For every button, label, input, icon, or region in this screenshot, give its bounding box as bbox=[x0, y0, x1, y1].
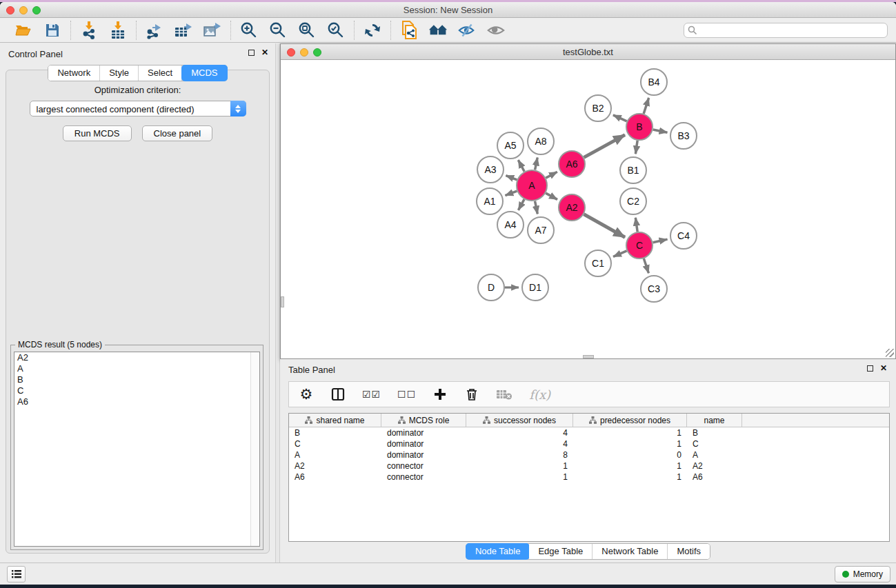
graph-edge-A-A2[interactable] bbox=[546, 193, 557, 199]
graph-edge-C-C4[interactable] bbox=[653, 239, 668, 243]
export-image-icon[interactable] bbox=[203, 21, 222, 40]
graph-edge-A-A1[interactable] bbox=[505, 191, 517, 195]
table-cell[interactable]: A6 bbox=[687, 472, 742, 483]
table-cell[interactable]: 4 bbox=[466, 427, 573, 438]
mcds-result-item[interactable]: C bbox=[14, 385, 259, 396]
mcds-result-item[interactable]: A2 bbox=[14, 352, 259, 363]
zoom-selected-icon[interactable] bbox=[326, 21, 346, 40]
close-panel-button[interactable]: Close panel bbox=[142, 125, 213, 141]
table-cell[interactable]: 1 bbox=[466, 472, 573, 483]
table-cell[interactable]: B bbox=[687, 427, 742, 438]
graph-edge-A2-C[interactable] bbox=[584, 214, 625, 237]
graph-edge-B-B2[interactable] bbox=[613, 115, 627, 121]
vertical-splitter[interactable] bbox=[275, 43, 280, 562]
table-cell[interactable]: 8 bbox=[466, 449, 573, 460]
graph-edge-A-A4[interactable] bbox=[518, 199, 524, 210]
show-hide-panels-eye-icon[interactable] bbox=[486, 21, 506, 40]
home-views-icon[interactable] bbox=[428, 21, 448, 40]
table-cell[interactable]: dominator bbox=[381, 427, 466, 438]
mcds-result-item[interactable]: B bbox=[14, 374, 259, 385]
graph-edge-C-C3[interactable] bbox=[644, 258, 648, 273]
mcds-result-item[interactable]: A6 bbox=[14, 396, 259, 407]
node-table[interactable]: shared nameMCDS rolesuccessor nodesprede… bbox=[288, 413, 890, 542]
column-header-MCDS-role[interactable]: MCDS role bbox=[381, 414, 466, 427]
column-header-predecessor-nodes[interactable]: predecessor nodes bbox=[573, 414, 687, 427]
network-canvas[interactable]: AA1A3A4A5A7A8A6A2BB1B2B3B4CC1C2C3C4DD1 bbox=[281, 60, 895, 358]
tab-network[interactable]: Network bbox=[48, 65, 100, 81]
tab-style[interactable]: Style bbox=[100, 65, 139, 81]
hide-graphics-details-icon[interactable] bbox=[457, 21, 477, 40]
column-header-shared-name[interactable]: shared name bbox=[289, 414, 381, 427]
table-cell[interactable]: A2 bbox=[687, 460, 742, 472]
table-cell[interactable]: A bbox=[687, 449, 742, 460]
graph-edge-B-B1[interactable] bbox=[635, 141, 637, 154]
close-table-panel-icon[interactable]: ✕ bbox=[880, 365, 887, 372]
table-cell[interactable]: A6 bbox=[289, 472, 381, 483]
graph-edge-B-B4[interactable] bbox=[644, 98, 648, 114]
table-cell[interactable]: 1 bbox=[573, 460, 687, 472]
tab-mcds[interactable]: MCDS bbox=[181, 65, 227, 81]
table-cell[interactable]: dominator bbox=[381, 438, 466, 449]
table-cell[interactable]: 1 bbox=[573, 438, 687, 449]
table-row[interactable]: Bdominator41B bbox=[289, 427, 889, 438]
mcds-result-list[interactable]: A2ABCA6 bbox=[14, 352, 260, 547]
create-column-icon[interactable] bbox=[432, 386, 448, 403]
table-row[interactable]: Cdominator41C bbox=[289, 438, 889, 449]
delete-columns-trash-icon[interactable] bbox=[464, 386, 479, 403]
graph-edge-B-B3[interactable] bbox=[653, 130, 668, 132]
unselect-all-columns-icon[interactable]: ☐☐ bbox=[397, 386, 416, 403]
table-cell[interactable]: B bbox=[289, 427, 381, 438]
zoom-out-icon[interactable] bbox=[268, 21, 288, 40]
graph-edge-C-C1[interactable] bbox=[613, 251, 627, 257]
zoom-in-icon[interactable] bbox=[239, 21, 259, 40]
import-network-icon[interactable] bbox=[79, 21, 99, 40]
window-resize-grip[interactable] bbox=[886, 349, 894, 357]
tab-motifs[interactable]: Motifs bbox=[668, 544, 710, 559]
search-input[interactable] bbox=[684, 23, 888, 38]
graph-edge-A-A7[interactable] bbox=[535, 201, 538, 214]
open-session-icon[interactable] bbox=[14, 21, 33, 40]
table-cell[interactable]: A bbox=[289, 449, 381, 460]
memory-button[interactable]: Memory bbox=[835, 566, 890, 582]
delete-table-icon[interactable] bbox=[496, 386, 512, 403]
clone-network-icon[interactable] bbox=[399, 21, 419, 40]
run-mcds-button[interactable]: Run MCDS bbox=[63, 125, 132, 141]
table-row[interactable]: A6connector11A6 bbox=[289, 472, 889, 483]
table-cell[interactable]: 1 bbox=[466, 460, 573, 472]
table-cell[interactable]: 1 bbox=[573, 472, 687, 483]
graph-edge-A-A5[interactable] bbox=[518, 160, 524, 172]
float-table-panel-icon[interactable] bbox=[867, 365, 873, 372]
table-cell[interactable]: C bbox=[687, 438, 742, 449]
collapsed-splitter-handle-bottom[interactable] bbox=[583, 355, 594, 358]
graph-edge-A-A3[interactable] bbox=[506, 176, 517, 180]
graph-edge-A-A8[interactable] bbox=[535, 158, 538, 170]
graph-edge-A-A6[interactable] bbox=[546, 172, 557, 178]
column-header-successor-nodes[interactable]: successor nodes bbox=[466, 414, 573, 427]
refresh-icon[interactable] bbox=[363, 21, 382, 40]
panel-split-icon[interactable] bbox=[330, 386, 346, 403]
tab-node-table[interactable]: Node Table bbox=[466, 543, 530, 560]
tab-select[interactable]: Select bbox=[139, 65, 182, 81]
result-list-scrollbar[interactable] bbox=[250, 352, 259, 546]
graph-edge-A6-B[interactable] bbox=[584, 135, 625, 158]
save-session-icon[interactable] bbox=[43, 21, 62, 40]
table-cell[interactable]: connector bbox=[381, 472, 466, 483]
function-builder-icon[interactable]: f(x) bbox=[529, 387, 550, 402]
table-cell[interactable]: 4 bbox=[466, 438, 573, 449]
table-row[interactable]: Adominator80A bbox=[289, 449, 889, 460]
column-settings-gear-icon[interactable]: ⚙ bbox=[299, 386, 314, 403]
float-panel-icon[interactable] bbox=[248, 50, 255, 56]
zoom-fit-icon[interactable] bbox=[297, 21, 317, 40]
optimization-criterion-dropdown[interactable]: largest connected component (directed) bbox=[30, 101, 246, 116]
collapsed-splitter-handle-left[interactable] bbox=[281, 296, 284, 307]
select-all-columns-icon[interactable]: ☑☑ bbox=[362, 386, 381, 403]
table-cell[interactable]: A2 bbox=[289, 460, 381, 472]
table-cell[interactable]: C bbox=[289, 438, 381, 449]
close-panel-icon[interactable]: ✕ bbox=[261, 49, 268, 56]
table-cell[interactable]: 0 bbox=[573, 449, 687, 460]
export-table-icon[interactable] bbox=[174, 21, 193, 40]
graph-edge-C-C2[interactable] bbox=[635, 218, 637, 232]
table-cell[interactable]: 1 bbox=[573, 427, 687, 438]
import-table-icon[interactable] bbox=[108, 21, 128, 40]
task-history-button[interactable] bbox=[7, 566, 26, 582]
